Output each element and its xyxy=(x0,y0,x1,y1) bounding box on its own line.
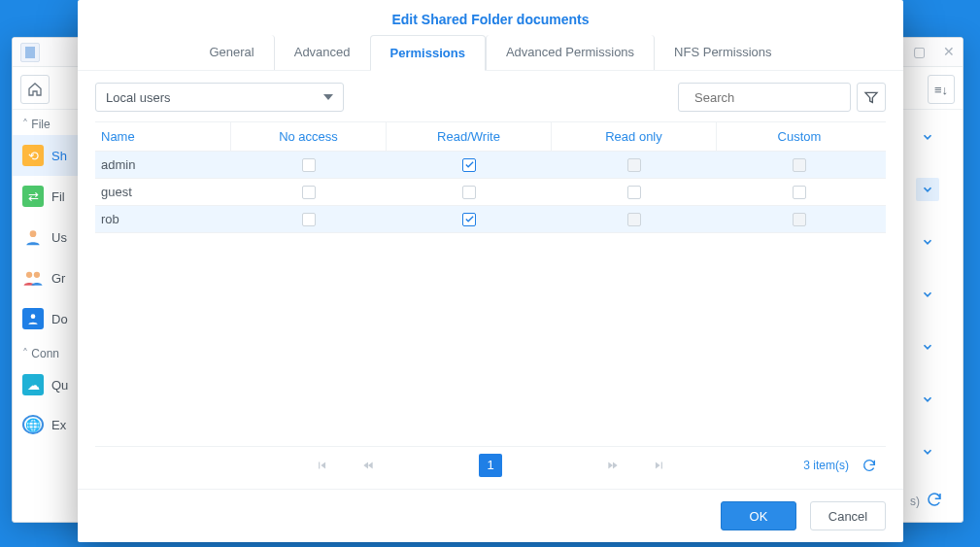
checkbox-read-write[interactable] xyxy=(462,186,476,199)
cancel-button[interactable]: Cancel xyxy=(810,501,886,530)
table-header: Name No access Read/Write Read only Cust… xyxy=(95,122,886,152)
checkbox-no-access[interactable] xyxy=(302,213,316,226)
sidebar-item-label: Ex xyxy=(51,418,66,432)
pager-refresh-button[interactable] xyxy=(859,455,880,476)
sidebar-item-label: Gr xyxy=(51,271,65,286)
tab-advanced[interactable]: Advanced xyxy=(275,35,370,70)
expand-chevron[interactable] xyxy=(916,283,939,306)
expand-chevron[interactable] xyxy=(916,335,939,359)
pager-count: 3 item(s) xyxy=(803,459,849,472)
filter-icon xyxy=(863,89,879,105)
checkbox-read-only[interactable] xyxy=(627,158,641,172)
table-row[interactable]: guest xyxy=(95,179,886,206)
tab-permissions[interactable]: Permissions xyxy=(370,35,486,71)
expand-chevron[interactable] xyxy=(916,125,939,149)
pager-prev-button[interactable] xyxy=(355,459,382,472)
checkbox-read-write[interactable] xyxy=(462,213,476,226)
table-row[interactable]: admin xyxy=(95,152,886,179)
svg-point-2 xyxy=(34,272,40,278)
sidebar-item-label: Fil xyxy=(51,189,65,204)
pager-first-button[interactable] xyxy=(308,459,335,472)
file-services-icon: ⇄ xyxy=(22,186,44,207)
sidebar-item-label: Qu xyxy=(51,378,68,393)
edit-shared-folder-dialog: Edit Shared Folder documents General Adv… xyxy=(78,0,903,542)
col-read-write[interactable]: Read/Write xyxy=(387,122,552,151)
checkbox-no-access[interactable] xyxy=(302,158,316,172)
domain-icon xyxy=(22,308,44,329)
cell-name: guest xyxy=(95,185,231,199)
group-icon xyxy=(22,267,44,289)
pager-last-button[interactable] xyxy=(646,459,673,472)
expand-chevron[interactable] xyxy=(916,388,939,411)
sidebar-group-label: Conn xyxy=(31,347,59,360)
permissions-table: Name No access Read/Write Read only Cust… xyxy=(95,121,886,233)
svg-point-0 xyxy=(30,230,37,237)
col-no-access[interactable]: No access xyxy=(231,122,387,151)
checkbox-custom[interactable] xyxy=(793,186,806,199)
dialog-title: Edit Shared Folder documents xyxy=(78,0,903,35)
ok-button[interactable]: OK xyxy=(721,501,796,530)
col-name[interactable]: Name xyxy=(95,122,231,151)
pager-next-button[interactable] xyxy=(599,459,626,472)
select-value: Local users xyxy=(106,90,170,105)
svg-point-3 xyxy=(31,314,36,319)
refresh-icon xyxy=(926,491,943,508)
expand-chevron[interactable] xyxy=(916,178,939,201)
dialog-content: Local users Name No access Read/Write Re… xyxy=(78,71,903,489)
cell-name: admin xyxy=(95,157,231,172)
col-read-only[interactable]: Read only xyxy=(552,122,717,151)
tab-advanced-permissions[interactable]: Advanced Permissions xyxy=(486,35,655,70)
svg-point-1 xyxy=(26,272,32,278)
chevron-down-icon xyxy=(323,94,333,100)
home-icon xyxy=(27,82,43,97)
tab-bar: General Advanced Permissions Advanced Pe… xyxy=(78,35,903,71)
checkbox-read-write[interactable] xyxy=(462,158,476,172)
user-icon xyxy=(22,226,44,248)
refresh-icon xyxy=(862,458,877,473)
expand-column xyxy=(916,125,945,463)
tab-general[interactable]: General xyxy=(189,35,274,70)
sort-icon: ≡↓ xyxy=(934,83,948,97)
expand-chevron[interactable] xyxy=(916,440,939,463)
cloud-icon: ☁ xyxy=(22,374,44,395)
table-row[interactable]: rob xyxy=(95,206,886,233)
expand-chevron[interactable] xyxy=(916,230,939,254)
pager-page-number[interactable]: 1 xyxy=(479,454,502,477)
col-custom[interactable]: Custom xyxy=(717,122,882,151)
sort-button[interactable]: ≡↓ xyxy=(928,75,955,104)
checkbox-custom[interactable] xyxy=(793,158,806,172)
pager: 1 3 item(s) xyxy=(95,446,886,483)
window-app-icon xyxy=(20,43,40,62)
checkbox-read-only[interactable] xyxy=(627,186,641,199)
cell-name: rob xyxy=(95,212,231,226)
checkbox-read-only[interactable] xyxy=(627,213,641,226)
checkbox-no-access[interactable] xyxy=(302,186,316,199)
dialog-footer: OK Cancel xyxy=(78,489,903,542)
sidebar-item-label: Sh xyxy=(51,149,67,163)
shared-folder-icon: ⟲ xyxy=(22,145,44,166)
maximize-icon[interactable]: ▢ xyxy=(913,44,926,59)
user-scope-select[interactable]: Local users xyxy=(95,83,344,112)
home-button[interactable] xyxy=(20,75,50,104)
sidebar-item-label: Us xyxy=(51,230,67,245)
tab-nfs-permissions[interactable]: NFS Permissions xyxy=(655,35,791,70)
search-input[interactable] xyxy=(693,89,860,106)
sidebar-group-label: File xyxy=(31,118,50,131)
search-field[interactable] xyxy=(678,83,851,112)
bg-item-count: s) xyxy=(910,495,920,508)
checkbox-custom[interactable] xyxy=(793,213,806,226)
sidebar-item-label: Do xyxy=(51,312,68,326)
close-icon[interactable]: ✕ xyxy=(943,44,955,59)
globe-icon: 🌐 xyxy=(22,415,44,434)
bg-refresh-button[interactable] xyxy=(926,491,947,512)
filter-button[interactable] xyxy=(857,83,886,112)
